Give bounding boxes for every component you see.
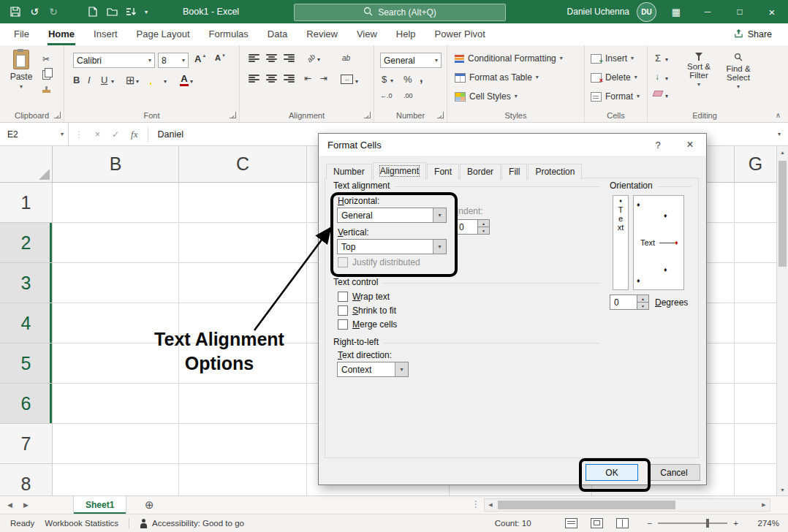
share-button[interactable]: Share	[727, 26, 779, 43]
sort-filter-button[interactable]: Sort & Filter ▾	[681, 53, 716, 88]
decrease-font-size-button[interactable]: A▼	[215, 53, 226, 62]
wrap-text-button[interactable]: ab	[342, 54, 350, 62]
decrease-indent-button[interactable]: ⇤	[304, 73, 311, 83]
align-middle-button[interactable]	[266, 54, 277, 62]
bold-button[interactable]: B	[73, 75, 80, 86]
delete-cells-button[interactable]: Delete ▾	[591, 72, 637, 83]
formula-bar-handle-icon[interactable]: ⋮	[75, 129, 83, 140]
insert-function-icon[interactable]: fx	[131, 129, 137, 140]
row-header-2[interactable]: 2	[0, 223, 53, 263]
indent-down-icon[interactable]: ▼	[478, 227, 489, 234]
accounting-format-button[interactable]: $	[382, 74, 387, 85]
horizontal-scrollbar[interactable]: ◀ ▶	[484, 498, 770, 512]
horizontal-scroll-thumb[interactable]	[498, 501, 675, 509]
percent-style-button[interactable]: %	[404, 74, 412, 85]
dialog-title-bar[interactable]: Format Cells ? ×	[319, 134, 706, 156]
dialog-tab-border[interactable]: Border	[460, 164, 501, 180]
dialog-help-button[interactable]: ?	[642, 134, 674, 156]
shrink-to-fit-checkbox[interactable]: Shrink to fit	[338, 305, 396, 316]
zoom-out-icon[interactable]: −	[648, 519, 653, 528]
qat-customize-caret-icon[interactable]: ▾	[140, 2, 152, 21]
underline-button[interactable]: U	[101, 75, 107, 86]
decrease-decimal-button[interactable]: .00	[404, 92, 413, 99]
insert-cells-button[interactable]: Insert ▾	[591, 53, 634, 64]
undo-icon[interactable]: ↺	[25, 2, 44, 21]
font-name-combo[interactable]: Calibri ▾	[73, 53, 155, 68]
align-right-button[interactable]	[284, 75, 295, 83]
scroll-down-icon[interactable]: ▼	[777, 484, 788, 495]
scroll-right-icon[interactable]: ▶	[758, 499, 770, 511]
cancel-entry-icon[interactable]: ×	[95, 129, 100, 140]
format-painter-icon[interactable]	[42, 86, 50, 93]
row-header-4[interactable]: 4	[0, 303, 53, 343]
number-format-combo[interactable]: General ▾	[380, 53, 442, 68]
row-header-6[interactable]: 6	[0, 384, 53, 424]
dialog-tab-font[interactable]: Font	[427, 164, 459, 180]
merge-center-button[interactable]: ↔	[341, 75, 353, 84]
app-launcher-icon[interactable]: ▦	[667, 2, 686, 21]
cancel-button[interactable]: Cancel	[648, 464, 700, 481]
column-header-b[interactable]: B	[53, 146, 179, 183]
search-box[interactable]: Search (Alt+Q)	[294, 4, 506, 21]
confirm-entry-icon[interactable]: ✓	[112, 129, 119, 140]
clear-caret-icon[interactable]: ▾	[665, 94, 668, 99]
cell-styles-button[interactable]: Cell Styles ▾	[455, 91, 518, 102]
maximize-button[interactable]: □	[724, 0, 756, 23]
tab-data[interactable]: Data	[258, 23, 297, 45]
vertical-dropdown-icon[interactable]: ▾	[433, 240, 446, 254]
italic-button[interactable]: I	[88, 75, 91, 86]
row-header-7[interactable]: 7	[0, 424, 53, 464]
scroll-left-icon[interactable]: ◀	[485, 499, 496, 511]
horizontal-select[interactable]: General ▾	[337, 208, 447, 223]
tab-help[interactable]: Help	[387, 23, 425, 45]
accounting-caret-icon[interactable]: ▾	[390, 78, 393, 84]
orientation-dial-control[interactable]: ♦ ♦ ♦ ♦ ♦ Text	[633, 195, 684, 290]
column-header-c[interactable]: C	[179, 146, 307, 183]
column-header-g[interactable]: G	[735, 146, 776, 183]
format-cells-button[interactable]: Format ▾	[591, 91, 640, 102]
save-icon[interactable]	[6, 2, 25, 21]
underline-caret-icon[interactable]: ▾	[111, 79, 114, 85]
tab-view[interactable]: View	[347, 23, 387, 45]
align-bottom-button[interactable]	[284, 54, 295, 62]
wrap-text-checkbox[interactable]: Wrap text	[338, 292, 390, 302]
orientation-button[interactable]: ab	[306, 53, 317, 64]
degrees-spinner[interactable]: 0 ▲▼	[610, 294, 649, 310]
align-top-button[interactable]	[249, 54, 259, 62]
close-button[interactable]: ×	[756, 0, 788, 23]
autosum-caret-icon[interactable]: ▾	[665, 57, 668, 63]
page-layout-view-button[interactable]	[591, 518, 603, 528]
increase-decimal-button[interactable]: ←.0	[380, 92, 393, 99]
vertical-scrollbar[interactable]: ▲ ▼	[776, 146, 788, 495]
conditional-formatting-button[interactable]: Conditional Formatting ▾	[455, 53, 563, 64]
indent-spinner[interactable]: 0 ▲▼	[455, 219, 490, 235]
increase-indent-button[interactable]: ⇥	[320, 73, 327, 83]
collapse-ribbon-icon[interactable]: ∧	[776, 111, 781, 119]
page-break-view-button[interactable]	[616, 518, 629, 528]
expand-formula-bar-icon[interactable]: ▾	[778, 132, 781, 137]
orientation-caret-icon[interactable]: ▾	[317, 57, 320, 63]
fill-caret-icon[interactable]: ▾	[665, 76, 668, 82]
vertical-select[interactable]: Top ▾	[337, 239, 447, 254]
row-header-3[interactable]: 3	[0, 263, 53, 303]
merge-cells-checkbox[interactable]: Merge cells	[338, 319, 397, 330]
dialog-close-button[interactable]: ×	[674, 134, 706, 156]
dialog-tab-alignment[interactable]: Alignment	[373, 162, 426, 180]
normal-view-button[interactable]	[565, 518, 577, 528]
clipboard-dialog-launcher[interactable]	[54, 112, 61, 118]
fill-color-caret-icon[interactable]: ▾	[164, 79, 167, 85]
align-left-button[interactable]	[249, 75, 259, 83]
dialog-tab-number[interactable]: Number	[326, 164, 372, 180]
orientation-vertical-text-control[interactable]: ♦ Text	[613, 195, 629, 290]
copy-icon[interactable]	[42, 70, 50, 80]
align-center-button[interactable]	[266, 75, 277, 83]
font-size-combo[interactable]: 8 ▾	[158, 53, 189, 68]
ok-button[interactable]: OK	[586, 464, 638, 481]
row-header-5[interactable]: 5	[0, 343, 53, 384]
tab-home[interactable]: Home	[39, 23, 84, 45]
degrees-down-icon[interactable]: ▼	[637, 303, 648, 309]
new-file-icon[interactable]	[83, 2, 102, 21]
find-select-button[interactable]: Find & Select ▾	[721, 53, 756, 90]
accessibility-status[interactable]: Accessibility: Good to go	[152, 519, 244, 528]
tab-bar-handle-icon[interactable]: ⋮	[471, 499, 480, 509]
